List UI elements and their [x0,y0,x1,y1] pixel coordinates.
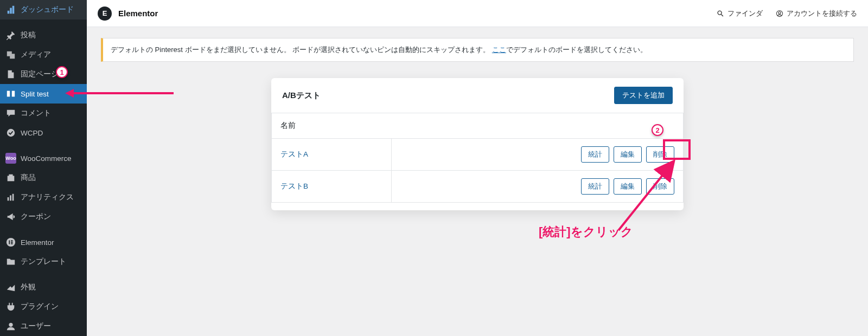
sidebar-item-label: プラグイン [21,302,59,312]
svg-rect-7 [12,194,14,201]
edit-button[interactable]: 編集 [614,178,642,195]
svg-rect-1 [12,91,15,97]
elementor-logo: E [98,7,112,21]
folder-icon [5,256,16,267]
sidebar-item-coupons[interactable]: クーポン [0,207,87,227]
svg-rect-5 [8,197,9,201]
sidebar-item-elementor[interactable]: Elementor [0,232,87,252]
sidebar-item-media[interactable]: メディア [0,45,87,64]
sidebar-item-label: アナリティクス [21,192,74,202]
sidebar-item-products[interactable]: 商品 [0,168,87,188]
sidebar-item-label: Elementor [21,238,54,247]
sidebar-item-woocommerce[interactable]: Woo WooCommerce [0,148,87,168]
svg-point-14 [718,11,722,15]
card-title: A/Bテスト [282,91,321,101]
delete-button[interactable]: 削除 [646,146,674,163]
sidebar-item-wcpd[interactable]: WCPD [0,123,87,143]
svg-rect-4 [9,175,12,177]
notice-text2: でデフォルトのボードを選択してください。 [506,46,647,54]
check-icon [5,127,16,138]
user-icon [5,321,16,332]
sidebar-item-appearance[interactable]: 外観 [0,277,87,297]
finder-label: ファインダ [727,9,763,18]
svg-rect-3 [8,176,15,181]
chart-icon [5,192,16,203]
connect-link[interactable]: アカウントを接続する [776,9,857,18]
user-circle-icon [776,10,783,17]
sidebar-item-label: 外観 [21,282,36,292]
stats-button[interactable]: 統計 [581,146,609,163]
plugin-icon [5,301,16,312]
sidebar-item-pages[interactable]: 固定ページ [0,64,87,84]
sidebar-item-split-test[interactable]: Split test [0,84,87,104]
sidebar-item-label: コメント [21,108,51,118]
table-row: テストA 統計 編集 削除 [272,139,684,171]
media-icon [5,49,16,60]
search-icon [717,10,724,17]
topbar: E Elementor ファインダ アカウントを接続する [87,0,868,27]
connect-label: アカウントを接続する [787,9,857,18]
svg-point-16 [778,11,781,14]
pinterest-notice: デフォルトの Pinterest ボードをまだ選択していません。 ボードが選択さ… [101,38,854,62]
pin-icon [5,30,16,41]
ab-test-card: A/Bテスト テストを追加 名前 テストA 統計 編集 [271,78,684,210]
sidebar-item-label: 固定ページ [21,69,59,79]
col-name-header: 名前 [272,113,684,139]
product-icon [5,172,16,183]
appearance-icon [5,282,16,293]
main-content: E Elementor ファインダ アカウントを接続する デフォルトの Pint… [87,0,868,336]
megaphone-icon [5,211,16,222]
sidebar-item-templates[interactable]: テンプレート [0,252,87,272]
sidebar-item-label: 商品 [21,173,36,183]
sidebar-item-posts[interactable]: 投稿 [0,25,87,45]
comment-icon [5,108,16,119]
page-icon [5,69,16,80]
svg-rect-10 [11,240,13,241]
row-name[interactable]: テストA [272,139,392,171]
page-title: Elementor [118,9,158,18]
split-icon [5,88,16,99]
sidebar-item-label: Split test [21,90,49,98]
svg-point-2 [7,129,15,137]
svg-rect-9 [9,240,10,244]
notice-link[interactable]: ここ [492,46,506,54]
woo-icon: Woo [5,153,16,164]
svg-point-13 [9,323,12,327]
elementor-icon [5,237,16,248]
sidebar-item-label: 投稿 [21,30,36,40]
notice-text: デフォルトの Pinterest ボードをまだ選択していません。 ボードが選択さ… [111,46,492,54]
finder-link[interactable]: ファインダ [717,9,763,18]
svg-rect-0 [7,91,10,97]
tests-table: 名前 テストA 統計 編集 削除 [271,113,684,203]
svg-rect-11 [11,242,13,243]
svg-rect-12 [11,243,13,244]
edit-button[interactable]: 編集 [614,146,642,163]
admin-sidebar: ダッシュボード 投稿 メディア 固定ページ Split test コメント WC… [0,0,87,336]
sidebar-item-label: ユーザー [21,321,51,331]
dashboard-icon [5,4,16,15]
delete-button[interactable]: 削除 [646,178,674,195]
svg-rect-6 [10,195,11,201]
sidebar-item-comments[interactable]: コメント [0,104,87,123]
sidebar-item-plugins[interactable]: プラグイン [0,297,87,316]
sidebar-item-label: クーポン [21,212,51,222]
stats-button[interactable]: 統計 [581,178,609,195]
sidebar-item-users[interactable]: ユーザー [0,316,87,336]
row-name[interactable]: テストB [272,171,392,203]
table-row: テストB 統計 編集 削除 [272,171,684,203]
sidebar-item-label: テンプレート [21,257,66,267]
sidebar-item-label: ダッシュボード [21,5,74,15]
sidebar-item-label: WooCommerce [21,154,72,163]
sidebar-item-dashboard[interactable]: ダッシュボード [0,0,87,20]
sidebar-item-label: WCPD [21,129,43,137]
sidebar-item-label: メディア [21,50,51,60]
add-test-button[interactable]: テストを追加 [614,87,673,104]
sidebar-item-analytics[interactable]: アナリティクス [0,188,87,207]
